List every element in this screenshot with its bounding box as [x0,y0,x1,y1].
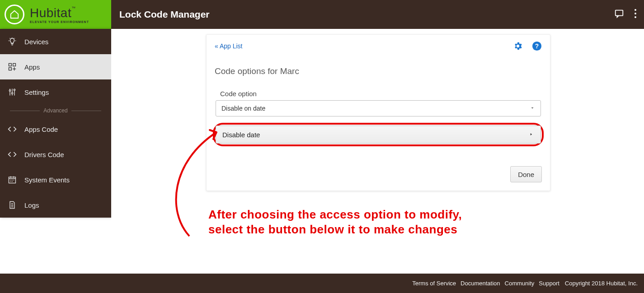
svg-rect-6 [9,68,12,70]
code-option-value: Disable on date [221,105,265,112]
brand-logo[interactable]: Hubitat™ ELEVATE YOUR ENVIRONMENT [0,0,111,29]
sidebar-item-label: Drivers Code [24,151,64,158]
svg-point-9 [14,89,15,90]
sidebar-item-apps-code[interactable]: Apps Code [0,116,111,142]
svg-rect-4 [9,64,12,66]
sidebar-item-label: Apps [24,63,40,71]
page-title: Lock Code Manager [119,9,210,20]
sidebar-item-label: Logs [24,201,39,209]
footer-copyright: Copyright 2018 Hubitat, Inc. [565,280,638,287]
back-to-app-list-link[interactable]: « App List [215,42,243,50]
sidebar-item-settings[interactable]: Settings [0,79,111,105]
gear-icon[interactable] [513,41,523,51]
calendar-icon [6,175,18,184]
sidebar-item-logs[interactable]: Logs [0,192,111,218]
footer: Terms of Service Documentation Community… [0,274,644,293]
footer-link-tos[interactable]: Terms of Service [412,280,456,287]
footer-link-community[interactable]: Community [505,280,535,287]
code-icon [6,150,18,159]
brand-logo-text: Hubitat™ ELEVATE YOUR ENVIRONMENT [30,6,89,23]
sidebar-item-label: System Events [24,176,70,184]
disable-date-button[interactable]: Disable date [216,126,541,144]
bulb-icon [6,37,18,46]
svg-rect-5 [13,64,16,66]
annotation-text: After choosing the access option to modi… [208,207,543,237]
done-button[interactable]: Done [510,166,542,182]
card-title: Code options for Marc [215,66,542,76]
sliders-icon [6,88,18,97]
svg-point-7 [9,90,10,91]
svg-point-1 [635,9,636,11]
sidebar-item-devices[interactable]: Devices [0,29,111,54]
code-option-select[interactable]: Disable on date [216,100,541,116]
svg-text:?: ? [535,43,539,50]
sidebar-item-label: Apps Code [24,126,58,133]
svg-point-2 [635,13,636,14]
document-icon [6,200,18,209]
sidebar-item-label: Settings [24,88,49,96]
sidebar-item-drivers-code[interactable]: Drivers Code [0,142,111,167]
sidebar-divider-advanced: Advanced [0,105,111,116]
code-option-label: Code option [220,90,542,98]
disable-date-label: Disable date [222,131,260,139]
overflow-menu-icon[interactable] [634,9,637,20]
sidebar-item-label: Devices [24,38,48,46]
svg-point-3 [635,16,636,18]
brand-logo-icon [5,5,24,24]
messages-icon[interactable] [614,9,624,20]
sidebar: Devices Apps Settings Advanced Apps Code… [0,29,111,218]
svg-rect-0 [616,10,623,16]
footer-link-docs[interactable]: Documentation [461,280,500,287]
svg-point-8 [11,93,13,94]
chevron-right-icon [529,131,533,139]
chevron-down-icon [530,105,535,112]
options-card: « App List ? Code options for Marc Code … [206,34,550,191]
code-icon [6,125,18,134]
main-area: « App List ? Code options for Marc Code … [111,29,644,274]
apps-icon [6,62,18,71]
top-bar: Hubitat™ ELEVATE YOUR ENVIRONMENT Lock C… [0,0,644,29]
help-icon[interactable]: ? [532,41,542,51]
sidebar-item-apps[interactable]: Apps [0,54,111,79]
footer-link-support[interactable]: Support [539,280,559,287]
sidebar-item-system-events[interactable]: System Events [0,167,111,192]
